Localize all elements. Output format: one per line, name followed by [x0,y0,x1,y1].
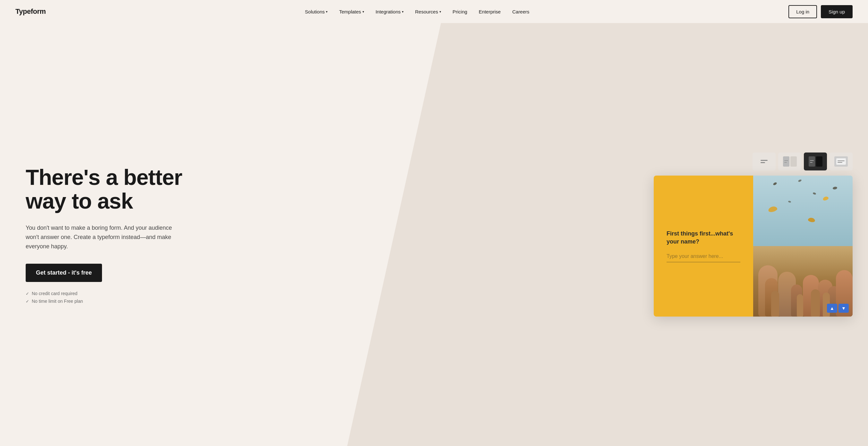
chevron-down-icon: ▾ [439,10,441,13]
nav-solutions[interactable]: Solutions ▾ [301,6,332,17]
form-question: First things first...what's your name? [666,230,740,246]
hero-checks: ✓ No credit card required ✓ No time limi… [26,291,192,304]
layout-switcher [654,152,852,170]
form-card: First things first...what's your name? T… [654,176,852,316]
underwater-scene [753,176,852,316]
login-button[interactable]: Log in [788,5,817,18]
hero-description: You don't want to make a boring form. An… [26,223,173,251]
chevron-down-icon: ▾ [363,10,364,13]
form-right-panel: ▲ ▼ [753,176,852,316]
nav-careers[interactable]: Careers [508,6,534,17]
layout-btn-overlay[interactable] [830,152,852,170]
signup-button[interactable]: Sign up [821,5,852,18]
nav-enterprise[interactable]: Enterprise [474,6,505,17]
layout-btn-full[interactable] [752,152,776,170]
check-item-2: ✓ No time limit on Free plan [26,299,192,304]
chevron-down-icon: ▾ [402,10,404,13]
nav-actions: Log in Sign up [788,5,852,18]
nav-resources[interactable]: Resources ▾ [411,6,445,17]
nav-pricing[interactable]: Pricing [448,6,472,17]
layout-btn-split[interactable] [778,152,801,170]
check-item-1: ✓ No credit card required [26,291,192,296]
checkmark-icon: ✓ [26,299,29,304]
logo[interactable]: Typeform [16,7,46,16]
form-prev-button[interactable]: ▲ [827,304,837,313]
hero-visual: First things first...what's your name? T… [654,152,852,316]
chevron-down-icon: ▾ [326,10,328,13]
form-next-button[interactable]: ▼ [838,304,849,313]
form-left-panel: First things first...what's your name? T… [654,176,753,316]
water-top [753,176,852,253]
navbar: Typeform Solutions ▾ Templates ▾ Integra… [0,0,868,23]
hero-content: There's a better way to ask You don't wa… [26,165,192,304]
cta-button[interactable]: Get started - it's free [26,264,102,282]
checkmark-icon: ✓ [26,291,29,296]
form-navigation: ▲ ▼ [827,304,849,313]
nav-links: Solutions ▾ Templates ▾ Integrations ▾ R… [301,6,534,17]
form-input[interactable]: Type your answer here... [666,253,740,263]
hero-section: There's a better way to ask You don't wa… [0,23,868,446]
nav-integrations[interactable]: Integrations ▾ [371,6,408,17]
nav-templates[interactable]: Templates ▾ [335,6,368,17]
hero-title: There's a better way to ask [26,165,192,213]
layout-btn-split-dark[interactable] [804,152,827,170]
